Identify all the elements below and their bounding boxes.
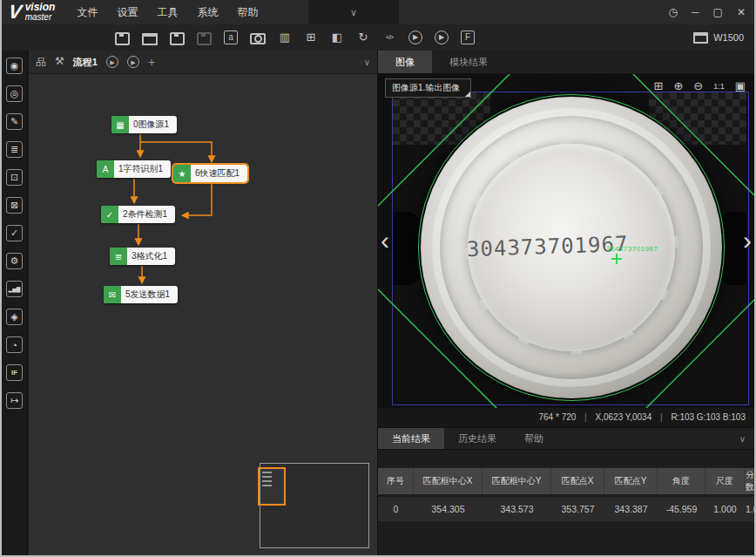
column-header: 匹配框中心X [414, 468, 483, 494]
save-icon[interactable] [115, 32, 130, 45]
one-to-one-icon[interactable]: 1:1 [713, 79, 725, 93]
camera-source-icon[interactable]: ◉ [6, 58, 23, 74]
fullscreen-icon[interactable]: ▣ [735, 79, 746, 93]
export-module-icon[interactable]: ↦ [6, 392, 23, 409]
flow-node-n3[interactable]: ≣3格式化1 [110, 248, 175, 265]
workspace-folder-icon [693, 32, 708, 44]
panel-toggle-icon[interactable]: ◧ [330, 31, 344, 44]
menu-item[interactable]: 文件 [67, 0, 107, 24]
flow-node-n5[interactable]: ✉5发送数据1 [104, 286, 178, 303]
results-table-area: 序号匹配框中心X匹配框中心Y匹配点X匹配点Y角度尺度分数 0354.305343… [378, 450, 754, 555]
layout-view-icon[interactable]: ⊞ [304, 31, 318, 44]
shape-module-icon[interactable]: ◈ [6, 309, 23, 325]
app-logo: V vision master [9, 1, 55, 24]
run-flow-icon[interactable]: ▶ [106, 56, 118, 68]
window-controls: ◷─▢✕ [669, 0, 746, 24]
chart-module-icon[interactable]: ▂▅▇ [6, 281, 23, 297]
image-source-icon: ▦ [111, 116, 129, 133]
close-icon[interactable]: ✕ [737, 6, 746, 18]
menu-item[interactable]: 系统 [187, 0, 227, 24]
region-module-icon[interactable]: ⊡ [6, 169, 23, 186]
open-folder-icon[interactable] [142, 33, 158, 45]
image-source-selector[interactable]: 图像源1.输出图像 [385, 78, 471, 98]
run-once-icon[interactable]: ▶ [435, 31, 449, 44]
flow-toolbar-right: ▶▶+ [106, 55, 155, 69]
restore-icon[interactable]: ▢ [713, 6, 723, 18]
node-label: 2条件检测1 [123, 208, 167, 221]
recognition-result-overlay: 304373701967 [606, 245, 658, 253]
results-tab-历史结果[interactable]: 历史结果 [444, 428, 510, 449]
column-view-icon[interactable]: ▥ [278, 31, 292, 44]
save-disabled-icon[interactable] [197, 32, 212, 45]
workspace-button[interactable]: W1500 [693, 24, 744, 51]
run-icon[interactable]: ▶ [408, 31, 422, 44]
match-point-crosshair-icon [611, 254, 622, 264]
column-header: 匹配点X [551, 468, 604, 494]
results-tab-当前结果[interactable]: 当前结果 [378, 428, 444, 449]
results-table: 序号匹配框中心X匹配框中心Y匹配点X匹配点Y角度尺度分数 0354.305343… [378, 465, 754, 524]
minimap-viewport[interactable] [258, 467, 286, 506]
tab-模块结果[interactable]: 模块结果 [432, 51, 505, 73]
flow-toolbar-left: 品⚒ [36, 55, 64, 70]
tab-图像[interactable]: 图像 [378, 51, 432, 73]
flow-toolbar: 品⚒ 流程1 ▶▶+ ∨ [29, 51, 377, 74]
flow-node-n0[interactable]: ▦0图像源1 [111, 116, 177, 133]
node-label: 3格式化1 [132, 250, 167, 262]
table-row[interactable]: 0354.305343.573353.757343.387-45.9591.00… [378, 497, 754, 521]
zoom-out-icon[interactable]: ⊖ [693, 79, 703, 93]
flow-collapse-icon[interactable]: ∨ [364, 58, 370, 67]
fit-view-icon[interactable]: ⊞ [653, 79, 663, 93]
next-image-button[interactable]: › [743, 228, 752, 254]
image-panel-tabs: 图像模块结果 [378, 51, 754, 74]
fast-match-icon: ★ [173, 165, 191, 182]
titlebar: V vision master 文件设置工具系统帮助 ∨ ◷─▢✕ [2, 0, 754, 24]
flow-tab[interactable]: 流程1 [73, 56, 98, 69]
locate-module-icon[interactable]: ⊠ [6, 197, 23, 214]
check-module-icon[interactable]: ✓ [6, 225, 23, 241]
timer-module-icon[interactable]: ◔ [6, 336, 23, 353]
toolbar-icons: a▥⊞◧↻</>▶▶F [115, 31, 475, 45]
script-icon[interactable]: </> [382, 31, 396, 44]
wrench-icon[interactable]: ⚒ [55, 55, 64, 70]
menu-item[interactable]: 工具 [147, 0, 187, 24]
logo-v-icon: V [7, 1, 23, 24]
add-flow-icon[interactable]: + [148, 55, 155, 69]
minimize-icon[interactable]: ─ [692, 6, 699, 18]
hierarchy-icon[interactable]: 品 [36, 55, 46, 70]
condition-check-icon: ✓ [101, 206, 118, 223]
step-run-icon[interactable]: ▶ [127, 56, 139, 68]
menu-item[interactable]: 帮助 [227, 0, 267, 24]
flow-node-n6[interactable]: ★6快速匹配1 [173, 165, 247, 182]
tool-settings-icon[interactable]: ⚙ [6, 253, 23, 269]
menu-item[interactable]: 设置 [107, 0, 147, 24]
column-header: 角度 [658, 468, 705, 494]
if-module-icon[interactable]: IF [6, 364, 23, 381]
sync-icon[interactable]: ◷ [669, 6, 678, 18]
image-canvas[interactable]: 304373701967 304373701967 ‹ › 图像源1.输出图像 … [378, 74, 754, 408]
flow-minimap[interactable] [260, 463, 369, 548]
f-block-icon[interactable]: F [461, 31, 475, 44]
zoom-in-icon[interactable]: ⊕ [673, 79, 683, 93]
separator: | [660, 412, 663, 422]
flow-node-n1[interactable]: A1字符识别1 [97, 160, 171, 178]
snapshot-a-icon[interactable]: a [224, 31, 238, 44]
list-module-icon[interactable]: ≣ [6, 141, 23, 158]
char-recognition-icon: A [97, 160, 114, 178]
node-label: 5发送数据1 [125, 289, 170, 301]
target-calibration-icon[interactable]: ◎ [6, 85, 23, 102]
image-result-panel: 图像模块结果 304373701967 304373701967 ‹ › 图像源… [378, 51, 754, 555]
camera-icon[interactable] [250, 33, 266, 44]
prev-image-button[interactable]: ‹ [381, 228, 389, 254]
refresh-icon[interactable]: ↻ [356, 31, 370, 44]
results-collapse-icon[interactable]: ∨ [739, 434, 746, 444]
results-tab-帮助[interactable]: 帮助 [510, 428, 557, 449]
flow-node-n2[interactable]: ✓2条件检测1 [101, 206, 175, 223]
save-as-icon[interactable] [170, 32, 185, 45]
flow-canvas[interactable]: ▦0图像源1A1字符识别1★6快速匹配1✓2条件检测1≣3格式化1✉5发送数据1 [29, 74, 377, 555]
titlebar-collapse-button[interactable]: ∨ [308, 0, 399, 24]
table-cell: 1.000 [745, 497, 754, 521]
image-edit-icon[interactable]: ✎ [6, 113, 23, 130]
node-label: 0图像源1 [133, 119, 169, 131]
table-cell: 343.387 [604, 497, 658, 521]
menubar: 文件设置工具系统帮助 [67, 0, 267, 24]
